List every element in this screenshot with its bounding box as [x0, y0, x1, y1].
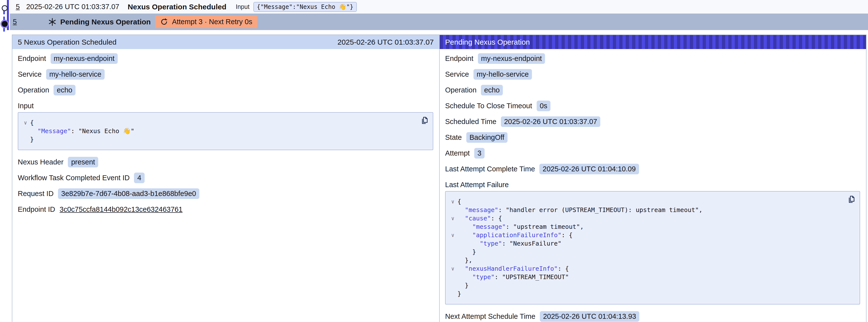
json-gutter — [448, 256, 458, 264]
detail-field-row: Servicemy-hello-service — [445, 69, 860, 79]
field-value-badge: 0s — [537, 101, 551, 111]
json-code-line: } — [458, 281, 469, 290]
event-detail-header-title: 5 Nexus Operation Scheduled — [18, 38, 117, 46]
json-code-line: } — [458, 290, 461, 298]
json-key: "message" — [465, 206, 498, 214]
detail-field-row: Operationecho — [445, 85, 860, 95]
json-text: } — [458, 282, 469, 289]
json-line: }, — [448, 256, 837, 264]
field-value-badge: my-hello-service — [473, 69, 532, 79]
json-line: } — [448, 290, 837, 298]
json-viewer: ∨{ "message": "handler error (UPSTREAM_T… — [445, 191, 860, 304]
field-value-badge: 3e829b7e-7d67-4b08-aad3-b1e868bfe9e0 — [58, 188, 199, 199]
timeline-node-current-icon — [2, 21, 8, 27]
field-label: Schedule To Close Timeout — [445, 102, 532, 110]
json-key: "applicationFailureInfo" — [472, 231, 561, 239]
field-label: Endpoint — [18, 55, 46, 63]
event-title: Nexus Operation Scheduled — [128, 3, 226, 11]
pending-detail-header-title: Pending Nexus Operation — [445, 38, 530, 46]
field-label: Last Attempt Failure — [445, 180, 860, 190]
field-value-badge: BackingOff — [466, 132, 507, 143]
json-line: } — [448, 281, 837, 290]
json-code-line: "nexusHandlerFailureInfo": { — [458, 264, 569, 273]
json-text — [458, 265, 465, 272]
json-line: ∨ "cause": { — [448, 214, 837, 223]
retry-icon — [160, 18, 168, 26]
field-value-badge: 2025-02-26 UTC 01:04:10.09 — [539, 164, 639, 174]
json-text: : "UPSTREAM_TIMEOUT" — [495, 273, 569, 281]
endpoint-id-link[interactable]: 3c0c75ccfa8144b092c13ce632463761 — [60, 205, 183, 214]
json-gutter — [448, 248, 458, 256]
event-timestamp: 2025-02-26 UTC 01:03:37.07 — [26, 3, 119, 11]
json-text — [458, 273, 472, 281]
json-text: : { — [561, 231, 572, 239]
json-key: "type" — [479, 240, 502, 247]
json-code-line: "message": "upstream timeout", — [458, 223, 584, 231]
json-text — [458, 223, 472, 230]
detail-field-row: Scheduled Time2025-02-26 UTC 01:03:37.07 — [445, 117, 860, 127]
field-label: Next Attempt Schedule Time — [445, 312, 535, 321]
json-gutter — [448, 290, 458, 298]
field-value-badge: 2025-02-26 UTC 01:04:13.93 — [540, 311, 639, 322]
json-text: : "handler error (UPSTREAM_TIMEOUT): ups… — [498, 206, 703, 214]
field-label: State — [445, 133, 462, 141]
event-id-link[interactable]: 5 — [16, 3, 20, 11]
timeline-active-bar — [7, 0, 9, 30]
json-text: : { — [558, 265, 569, 272]
collapse-chevron-icon[interactable]: ∨ — [448, 231, 458, 239]
event-id-link[interactable]: 5 — [13, 18, 17, 26]
json-gutter — [448, 206, 458, 214]
field-value-badge: 2025-02-26 UTC 01:03:37.07 — [501, 117, 600, 127]
event-history-row[interactable]: 5 2025-02-26 UTC 01:03:37.07 Nexus Opera… — [10, 0, 868, 13]
json-key: "message" — [472, 223, 505, 230]
detail-field-row: Schedule To Close Timeout0s — [445, 101, 860, 111]
json-gutter — [448, 223, 458, 231]
detail-field-row: Endpointmy-nexus-endpoint — [445, 54, 860, 63]
copy-button[interactable] — [420, 116, 428, 125]
json-code-line: { — [30, 119, 34, 127]
field-label: Service — [18, 70, 42, 78]
json-text — [30, 127, 37, 135]
json-gutter — [448, 239, 458, 248]
json-code-line: "applicationFailureInfo": { — [458, 231, 573, 239]
field-label: Scheduled Time — [445, 118, 496, 126]
field-value-badge: my-hello-service — [46, 69, 104, 79]
json-text: } — [458, 248, 476, 255]
field-label: Workflow Task Completed Event ID — [18, 174, 129, 182]
pending-detail-header: Pending Nexus Operation — [440, 35, 866, 49]
json-line: "message": "upstream timeout", — [448, 223, 837, 231]
json-text: : "NexusFailure" — [502, 240, 562, 247]
event-detail-section: 5 Nexus Operation Scheduled 2025-02-26 U… — [12, 35, 440, 322]
field-label: Attempt — [445, 149, 470, 157]
json-code-line: "type": "NexusFailure" — [458, 239, 561, 248]
json-line: ∨ "applicationFailureInfo": { — [448, 231, 837, 239]
json-text: { — [458, 198, 461, 205]
json-code-line: } — [30, 135, 34, 144]
copy-button[interactable] — [846, 195, 855, 204]
attempt-retry-text: Attempt 3 · Next Retry 0s — [172, 18, 252, 26]
json-text: }, — [458, 257, 472, 264]
event-detail-header-timestamp: 2025-02-26 UTC 01:03:37.07 — [338, 38, 434, 46]
json-key: "nexusHandlerFailureInfo" — [465, 265, 558, 272]
json-line: } — [448, 248, 837, 256]
collapse-chevron-icon[interactable]: ∨ — [448, 197, 458, 206]
collapse-chevron-icon[interactable]: ∨ — [448, 264, 458, 273]
detail-field-row: Operationecho — [18, 85, 433, 95]
json-code-line: "message": "handler error (UPSTREAM_TIME… — [458, 206, 703, 214]
json-code-line: "cause": { — [458, 214, 502, 223]
field-label: Operation — [445, 86, 476, 94]
json-text: : "upstream timeout", — [506, 223, 584, 230]
detail-field-row: Workflow Task Completed Event ID4 — [18, 173, 433, 183]
json-text: } — [458, 290, 461, 297]
json-text — [458, 231, 472, 239]
detail-field-row: Next Attempt Schedule Time2025-02-26 UTC… — [445, 312, 860, 321]
pending-operation-row[interactable]: 5 Pending Nexus Operation Attempt 3 · Ne… — [10, 13, 868, 30]
json-code-line: } — [458, 248, 476, 256]
collapse-chevron-icon[interactable]: ∨ — [21, 119, 30, 127]
json-gutter — [448, 281, 458, 290]
json-line: ∨{ — [21, 119, 410, 127]
json-text — [458, 240, 479, 247]
collapse-chevron-icon[interactable]: ∨ — [448, 214, 458, 223]
json-text: : { — [491, 215, 502, 222]
timeline-node-open-icon — [2, 5, 8, 11]
